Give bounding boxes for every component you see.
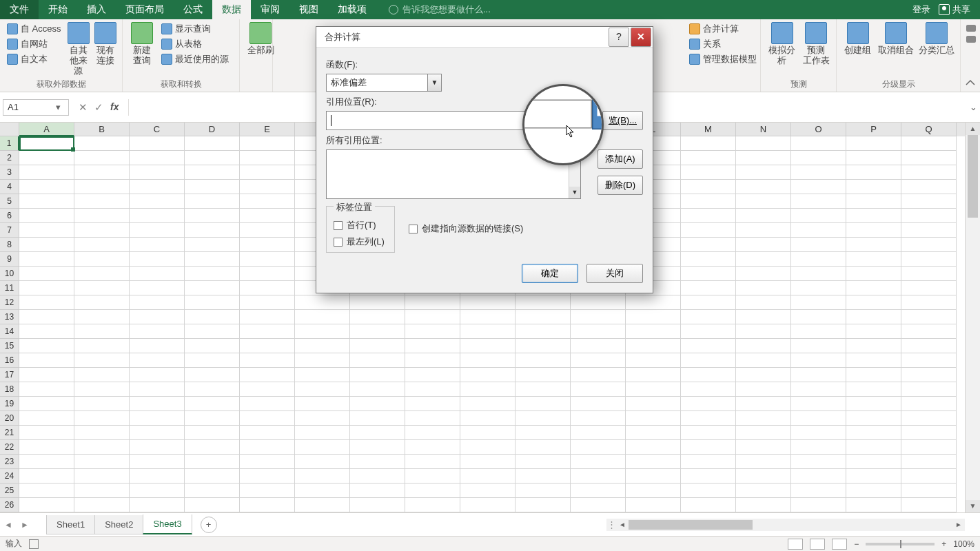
cell[interactable] xyxy=(240,223,295,238)
dialog-titlebar[interactable]: 合并计算 ? ✕ xyxy=(316,27,653,48)
from-text[interactable]: 自文本 xyxy=(6,52,63,66)
cell[interactable] xyxy=(19,382,74,397)
row-header[interactable]: 17 xyxy=(0,368,19,382)
cell[interactable] xyxy=(185,324,240,339)
cell[interactable] xyxy=(846,194,901,209)
row-header[interactable]: 20 xyxy=(0,411,19,426)
cell[interactable] xyxy=(901,180,957,194)
cell[interactable] xyxy=(405,469,460,484)
cell[interactable] xyxy=(74,252,130,267)
cell[interactable] xyxy=(405,397,460,411)
cell[interactable] xyxy=(901,368,957,382)
cell[interactable] xyxy=(130,353,185,368)
row-header[interactable]: 5 xyxy=(0,194,19,209)
cell[interactable] xyxy=(74,238,130,252)
cell[interactable] xyxy=(185,484,240,498)
cell[interactable] xyxy=(901,252,957,267)
cell[interactable] xyxy=(240,252,295,267)
cell[interactable] xyxy=(295,295,350,310)
cell[interactable] xyxy=(681,281,736,295)
macro-icon[interactable] xyxy=(29,539,39,549)
tab-insert[interactable]: 插入 xyxy=(77,0,116,19)
cell[interactable] xyxy=(130,238,185,252)
cell[interactable] xyxy=(681,339,736,353)
cell[interactable] xyxy=(74,440,130,455)
cell[interactable] xyxy=(571,484,626,498)
cell[interactable] xyxy=(681,324,736,339)
cell[interactable] xyxy=(791,295,846,310)
column-header[interactable]: O xyxy=(791,123,846,136)
outline-down-icon[interactable] xyxy=(966,36,976,43)
cell[interactable] xyxy=(185,411,240,426)
tab-data[interactable]: 数据 xyxy=(212,0,251,19)
fx-icon[interactable]: fx xyxy=(110,101,119,114)
left-col-checkbox[interactable]: 最左列(L) xyxy=(334,236,387,248)
cell[interactable] xyxy=(791,180,846,194)
cell[interactable] xyxy=(736,498,791,512)
cell[interactable] xyxy=(681,498,736,512)
cell[interactable] xyxy=(791,440,846,455)
cell[interactable] xyxy=(571,498,626,512)
cell[interactable] xyxy=(515,455,571,469)
browse-button[interactable]: 览(B)... xyxy=(602,111,643,130)
cell[interactable] xyxy=(515,324,571,339)
cell[interactable] xyxy=(295,498,350,512)
column-header[interactable]: A xyxy=(19,123,74,136)
cell[interactable] xyxy=(130,382,185,397)
cell[interactable] xyxy=(130,165,185,180)
data-model[interactable]: 管理数据模型 xyxy=(688,52,755,66)
cell[interactable] xyxy=(681,484,736,498)
cell[interactable] xyxy=(791,484,846,498)
help-button[interactable]: ? xyxy=(609,28,629,47)
cell[interactable] xyxy=(74,223,130,238)
cell[interactable] xyxy=(846,324,901,339)
cell[interactable] xyxy=(791,223,846,238)
cell[interactable] xyxy=(515,426,571,440)
cell[interactable] xyxy=(460,368,515,382)
scroll-up-icon[interactable]: ▲ xyxy=(966,123,980,135)
cell[interactable] xyxy=(901,353,957,368)
cell[interactable] xyxy=(791,498,846,512)
cell[interactable] xyxy=(901,498,957,512)
cell[interactable] xyxy=(19,136,74,151)
column-header[interactable]: B xyxy=(74,123,130,136)
cell[interactable] xyxy=(130,397,185,411)
cell[interactable] xyxy=(681,411,736,426)
cell[interactable] xyxy=(571,295,626,310)
row-header[interactable]: 19 xyxy=(0,397,19,411)
cell[interactable] xyxy=(791,339,846,353)
zoom-level[interactable]: 100% xyxy=(953,539,974,549)
cell[interactable] xyxy=(736,136,791,151)
cell[interactable] xyxy=(791,397,846,411)
cell[interactable] xyxy=(350,440,405,455)
cell[interactable] xyxy=(19,180,74,194)
cell[interactable] xyxy=(901,295,957,310)
cell[interactable] xyxy=(185,151,240,165)
refresh-all[interactable]: 全部刷 xyxy=(245,22,276,56)
tab-home[interactable]: 开始 xyxy=(39,0,77,19)
cell[interactable] xyxy=(846,165,901,180)
cell[interactable] xyxy=(846,252,901,267)
cell[interactable] xyxy=(626,353,681,368)
cell[interactable] xyxy=(736,180,791,194)
zoom-in-icon[interactable]: + xyxy=(941,539,946,549)
cell[interactable] xyxy=(74,397,130,411)
hscroll-thumb[interactable] xyxy=(629,520,753,530)
cell[interactable] xyxy=(791,426,846,440)
cell[interactable] xyxy=(846,469,901,484)
cell[interactable] xyxy=(791,382,846,397)
cell[interactable] xyxy=(460,411,515,426)
cell[interactable] xyxy=(74,267,130,281)
cell[interactable] xyxy=(350,310,405,324)
cell[interactable] xyxy=(846,411,901,426)
cell[interactable] xyxy=(460,382,515,397)
cell[interactable] xyxy=(350,498,405,512)
cell[interactable] xyxy=(626,411,681,426)
cell[interactable] xyxy=(19,209,74,223)
cell[interactable] xyxy=(626,382,681,397)
row-header[interactable]: 4 xyxy=(0,180,19,194)
cell[interactable] xyxy=(185,281,240,295)
row-header[interactable]: 6 xyxy=(0,209,19,223)
cell[interactable] xyxy=(681,267,736,281)
cell[interactable] xyxy=(901,194,957,209)
